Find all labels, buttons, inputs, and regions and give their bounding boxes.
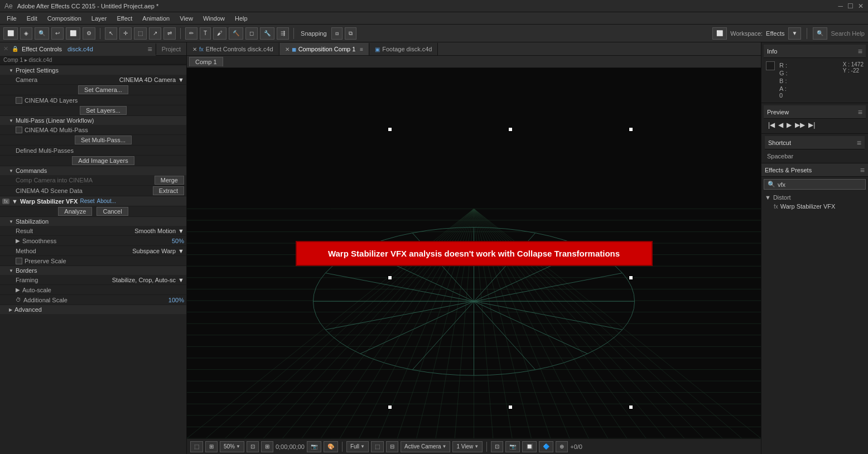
tool-pen[interactable]: ✏ [185,27,197,40]
tool-button-9[interactable]: ⬚ [134,27,147,40]
preserve-scale-checkbox[interactable] [16,258,22,264]
tool-stamp[interactable]: 🔨 [229,27,243,40]
tool-button-10[interactable]: ↗ [149,27,161,40]
region-button[interactable]: ⊡ [491,441,503,452]
handle-bm[interactable] [508,405,513,409]
snapping-toggle-2[interactable]: ⧉ [345,27,356,40]
merge-button[interactable]: Merge [155,176,184,185]
info-panel-menu[interactable]: ≡ [858,47,862,56]
menu-view[interactable]: View [175,14,197,23]
panel-menu-icon[interactable]: ≡ [148,45,152,54]
project-tab[interactable]: Project [156,46,186,52]
tool-button-3[interactable]: 🔍 [35,27,49,40]
prev-forward-button[interactable]: ▶▶ [795,121,805,129]
tab-menu-icon[interactable]: ≡ [360,46,363,52]
menu-file[interactable]: File [2,14,21,23]
tool-button-4[interactable]: ↩ [51,27,64,40]
camera-view-dropdown[interactable]: Active Camera ▼ [401,441,451,452]
effects-search[interactable]: 🔍 [764,179,866,190]
vt-reset-button[interactable]: ⬚ [190,441,203,452]
workspace-dropdown[interactable]: ▼ [788,27,802,40]
prev-first-button[interactable]: |◀ [768,121,775,129]
handle-br[interactable] [629,405,633,409]
prev-back-button[interactable]: ◀ [778,121,783,129]
camera-button[interactable]: 📷 [307,441,321,452]
handle-ml[interactable] [388,276,392,280]
extract-button[interactable]: Extract [153,186,184,195]
result-dropdown[interactable]: Smooth Motion ▼ [134,228,184,234]
about-button[interactable]: About... [97,198,116,204]
vt-grid-button[interactable]: ⊞ [205,441,218,452]
set-camera-button[interactable]: Set Camera... [78,85,128,94]
tab-close-icon-2[interactable]: ✕ [285,46,290,52]
tool-puppet[interactable]: ⇶ [277,27,289,40]
tool-brush[interactable]: 🖌 [213,27,226,40]
menu-window[interactable]: Window [199,14,229,23]
transparency-button[interactable]: ⬚ [371,441,384,452]
add-image-layers-button[interactable]: Add Image Layers [72,156,134,165]
tool-button-6[interactable]: ⚙ [83,27,95,40]
viewer[interactable]: Warp Stabilizer VFX analysis doesn't wor… [187,68,761,438]
distort-category[interactable]: ▼ Distort [763,193,867,202]
camera-dropdown[interactable]: CINEMA 4D Camera ▼ [119,76,184,83]
menu-composition[interactable]: Composition [43,14,86,23]
effects-presets-menu[interactable]: ≡ [860,166,865,175]
cancel-button[interactable]: Cancel [97,207,128,216]
resize-button[interactable]: ⊞ [261,441,273,452]
tab-close-icon-1[interactable]: ✕ [192,46,197,52]
stabilization-header[interactable]: ▼ Stabilization [0,217,186,226]
smoothness-value[interactable]: 50% [172,238,184,244]
tab-effect-controls[interactable]: ✕ fx Effect Controls disck.c4d [187,43,279,55]
set-layers-button[interactable]: Set Layers... [80,106,127,115]
tab-footage[interactable]: ▣ Footage disck.c4d [369,43,438,55]
snapshot-button[interactable]: 📷 [505,441,520,452]
panel-close-icon[interactable]: ✕ [3,45,8,52]
color-picker-button[interactable]: 🎨 [324,441,338,452]
additional-scale-stopwatch[interactable]: ⏱ [16,297,21,303]
zoom-dropdown[interactable]: 50% ▼ [220,441,244,452]
tab-composition[interactable]: ✕ ◼ Composition Comp 1 ≡ [279,43,370,55]
exposure-button[interactable]: ⊕ [556,441,568,452]
advanced-header[interactable]: ▶ Advanced [0,305,186,314]
tool-roto[interactable]: 🔧 [260,27,274,40]
preview-panel-menu[interactable]: ≡ [858,108,862,117]
tool-eraser[interactable]: ◻ [245,27,258,40]
additional-scale-value[interactable]: 100% [168,297,184,303]
prev-play-button[interactable]: ▶ [787,121,792,129]
cinema4d-layers-checkbox[interactable] [16,97,22,104]
tool-button-11[interactable]: ⇌ [163,27,176,40]
tool-button-7[interactable]: ↖ [105,27,117,40]
framing-dropdown[interactable]: Stabilize, Crop, Auto-sc ▼ [112,277,184,283]
analyze-button[interactable]: Analyze [58,207,92,216]
menu-layer[interactable]: Layer [87,14,112,23]
flow-button[interactable]: 🔷 [539,441,553,452]
handle-tr[interactable] [629,127,633,132]
tool-text[interactable]: T [200,27,211,40]
menu-edit[interactable]: Edit [22,14,42,23]
handle-tl[interactable] [388,127,392,132]
quality-dropdown[interactable]: Full ▼ [346,441,369,452]
minimize-button[interactable]: ─ [838,2,843,10]
search-help-icon[interactable]: 🔍 [813,27,827,40]
show-snapshot-button[interactable]: 🔲 [522,441,537,452]
handle-mr[interactable] [629,276,633,280]
maximize-button[interactable]: ☐ [847,2,853,10]
cinema4d-multipass-checkbox[interactable] [16,127,22,133]
commands-header[interactable]: ▼ Commands [0,166,186,175]
warp-stabilizer-item[interactable]: fx Warp Stabilizer VFX [763,202,867,211]
tool-button-8[interactable]: ✛ [119,27,132,40]
effects-search-input[interactable] [778,181,862,188]
reset-button[interactable]: Reset [80,198,94,204]
snapping-toggle-1[interactable]: ⧈ [331,27,343,40]
tool-button-2[interactable]: ◈ [20,27,32,40]
auto-scale-expand[interactable]: ▶ [16,287,20,293]
multipass-header[interactable]: ▼ Multi-Pass (Linear Workflow) [0,116,186,125]
new-comp-button[interactable]: ⬜ [3,27,18,40]
project-settings-header[interactable]: ▼ Project Settings [0,66,186,75]
method-dropdown[interactable]: Subspace Warp ▼ [132,248,184,254]
handle-tm[interactable] [508,127,513,132]
close-button[interactable]: ✕ [858,2,864,10]
rulers-button[interactable]: ⊟ [386,441,398,452]
fit-button[interactable]: ⊡ [247,441,259,452]
menu-effect[interactable]: Effect [112,14,137,23]
